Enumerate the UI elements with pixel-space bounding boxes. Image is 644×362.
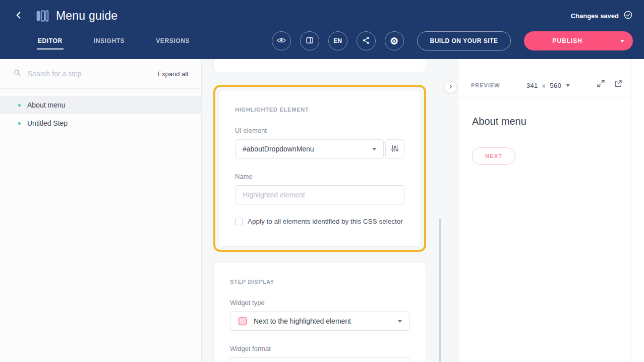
scrollbar[interactable]: [439, 219, 441, 362]
check-circle-icon: [623, 10, 633, 21]
gear-icon: ⚙: [390, 36, 398, 46]
preview-actions: [596, 79, 623, 90]
steps-sidebar: Expand all About menu Untitled Step: [0, 59, 202, 362]
previous-settings-card: [213, 59, 426, 72]
app-root: Menu guide Changes saved EDITOR INSIGHTS…: [0, 0, 644, 362]
step-label: Untitled Step: [27, 119, 68, 127]
widget-type-value: Next to the highlighted element: [254, 317, 351, 325]
element-name-input[interactable]: [235, 185, 404, 204]
selector-settings-button[interactable]: [385, 139, 404, 159]
page-body: Expand all About menu Untitled Step: [0, 59, 644, 362]
section-title-highlighted-element: HIGHLIGHTED ELEMENT: [235, 107, 404, 113]
publish-button-group: PUBLISH: [524, 31, 633, 50]
section-title-step-display: STEP DISPLAY: [230, 279, 409, 285]
chevron-down-icon: [372, 148, 376, 150]
header-tab-row: EDITOR INSIGHTS VERSIONS EN: [0, 31, 644, 59]
step-item-about-menu[interactable]: About menu: [0, 96, 201, 114]
language-button[interactable]: EN: [328, 31, 347, 50]
tab-editor[interactable]: EDITOR: [37, 37, 64, 49]
widget-type-label: Widget type: [230, 299, 409, 306]
layout-panel-icon: [305, 36, 314, 46]
open-external-button[interactable]: [614, 79, 623, 90]
preview-label: PREVIEW: [471, 82, 500, 90]
widget-type-icon: [238, 316, 248, 326]
preview-height-value: 560: [550, 82, 561, 89]
apply-all-row: Apply to all elements identified by this…: [235, 218, 404, 225]
preview-panel: PREVIEW 341 x 560: [458, 59, 631, 362]
ui-element-label: UI element: [235, 127, 404, 134]
step-settings-panel: HIGHLIGHTED ELEMENT UI element #aboutDro…: [202, 59, 458, 362]
layout-panel-button[interactable]: [300, 31, 319, 50]
preview-eye-button[interactable]: [272, 31, 291, 50]
tab-versions[interactable]: VERSIONS: [155, 37, 191, 49]
external-link-icon: [614, 79, 623, 90]
build-on-site-button[interactable]: BUILD ON YOUR SITE: [417, 31, 511, 50]
collapse-panel-button[interactable]: [444, 81, 457, 93]
header-tabs: EDITOR INSIGHTS VERSIONS: [37, 31, 191, 49]
changes-saved-status: Changes saved: [571, 10, 633, 21]
step-label: About menu: [27, 101, 66, 109]
step-bullet-icon: [18, 122, 21, 125]
preview-size-select[interactable]: 341 x 560: [526, 82, 570, 90]
preview-content: About menu NEXT: [458, 97, 631, 165]
element-name-label: Name: [235, 173, 404, 180]
sliders-icon: [390, 144, 399, 154]
preview-header: PREVIEW 341 x 560: [458, 59, 631, 97]
header-toolbar: EN ⚙ BUILD ON YOUR SITE PUBLISH: [272, 31, 633, 50]
ui-element-select[interactable]: #aboutDropdownMenu: [235, 139, 384, 159]
changes-saved-label: Changes saved: [571, 12, 619, 20]
chevron-right-icon: [447, 83, 454, 91]
expand-all-link[interactable]: Expand all: [157, 70, 188, 78]
publish-dropdown-button[interactable]: [611, 31, 633, 50]
top-header: Menu guide Changes saved EDITOR INSIGHTS…: [0, 0, 644, 59]
share-icon: [362, 36, 371, 46]
step-search-row: Expand all: [0, 59, 201, 89]
app-logo-icon: [35, 9, 49, 23]
expand-arrows-icon: [596, 79, 606, 90]
step-display-card: STEP DISPLAY Widget type Next to the hig…: [213, 262, 426, 362]
header-title-row: Menu guide Changes saved: [0, 0, 644, 31]
chevron-down-icon: [398, 320, 402, 323]
highlighted-element-card: HIGHLIGHTED ELEMENT UI element #aboutDro…: [218, 90, 421, 247]
apply-all-checkbox[interactable]: [235, 218, 243, 225]
search-input[interactable]: [28, 70, 151, 78]
widget-format-label: Widget format: [230, 345, 409, 352]
preview-step-title: About menu: [472, 116, 617, 127]
widget-format-select[interactable]: [230, 357, 409, 362]
eye-icon: [276, 35, 286, 47]
chevron-down-icon: [620, 40, 624, 42]
chevron-down-icon: [566, 84, 570, 87]
chevron-left-icon: [14, 10, 24, 22]
preview-width-value: 341: [526, 82, 538, 89]
settings-button[interactable]: ⚙: [385, 31, 404, 50]
guide-title: Menu guide: [56, 9, 118, 23]
widget-type-select[interactable]: Next to the highlighted element: [230, 312, 409, 331]
step-list: About menu Untitled Step: [0, 96, 201, 132]
next-button[interactable]: NEXT: [472, 147, 515, 165]
tab-insights[interactable]: INSIGHTS: [93, 37, 126, 49]
ui-element-row: #aboutDropdownMenu: [235, 139, 404, 159]
preview-size-separator: x: [542, 82, 545, 89]
search-icon: [13, 68, 22, 79]
step-item-untitled-step[interactable]: Untitled Step: [0, 114, 201, 132]
ui-element-value: #aboutDropdownMenu: [243, 145, 314, 153]
apply-all-label: Apply to all elements identified by this…: [248, 218, 403, 225]
back-button[interactable]: [12, 9, 25, 22]
highlight-ring: HIGHLIGHTED ELEMENT UI element #aboutDro…: [213, 85, 426, 252]
expand-preview-button[interactable]: [596, 79, 606, 90]
right-gutter: [631, 59, 644, 362]
step-bullet-icon: [18, 104, 21, 107]
share-button[interactable]: [357, 31, 376, 50]
settings-column: HIGHLIGHTED ELEMENT UI element #aboutDro…: [213, 59, 426, 362]
publish-button[interactable]: PUBLISH: [524, 31, 611, 50]
